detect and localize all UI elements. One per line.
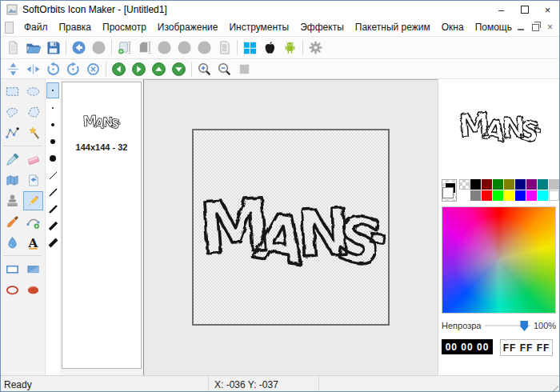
background-hex-value[interactable]: FF FF FF — [500, 339, 553, 356]
edit-rotate-angle-button[interactable] — [83, 60, 103, 78]
edit-shift-right-button[interactable] — [129, 60, 149, 78]
tool-select-polygon-button[interactable] — [23, 102, 43, 122]
color-swatch-800080[interactable] — [526, 179, 537, 190]
brush-size-5[interactable] — [46, 151, 59, 166]
color-swatch-800000[interactable] — [482, 179, 492, 190]
brush-size-2[interactable] — [46, 101, 59, 115]
zoom-out-icon — [217, 62, 232, 77]
tool-blur-drop-button[interactable] — [2, 233, 22, 252]
fg-bg-swatch[interactable] — [442, 179, 457, 202]
icon-list[interactable]: MANS 144x144 - 32 — [62, 82, 142, 369]
color-swatch-ff0000[interactable] — [482, 190, 492, 201]
tool-rect-outline-button[interactable] — [2, 259, 22, 278]
tool-magic-wand-button[interactable] — [23, 123, 43, 142]
icon-thumbnail[interactable]: MANS — [82, 111, 121, 131]
mdi-minimize-button[interactable] — [518, 29, 524, 30]
tb-settings-gear-button[interactable] — [306, 38, 326, 57]
edit-flip-vertical-button[interactable] — [3, 60, 23, 78]
tb-undo-button[interactable] — [69, 38, 89, 57]
apple-icon — [262, 40, 278, 55]
menu-item-4[interactable]: Изображение — [152, 20, 224, 34]
color-swatch-c0c0c0[interactable] — [549, 179, 559, 190]
disabled-circle-icon — [197, 40, 212, 55]
drawing-canvas[interactable]: MANS — [192, 129, 390, 326]
tool-fill-button[interactable] — [2, 170, 22, 190]
tool-replace-color-button[interactable] — [23, 170, 43, 190]
tool-eraser-button[interactable] — [23, 150, 43, 169]
brush-size-3[interactable] — [46, 118, 59, 132]
menu-item-7[interactable]: Пакетный режим — [350, 20, 436, 34]
tool-path-button[interactable] — [2, 123, 22, 142]
artwork-p: MANS — [458, 103, 541, 147]
color-swatch-ff00ff[interactable] — [526, 190, 537, 201]
color-gradient-picker[interactable] — [442, 206, 556, 314]
close-button[interactable]: × — [536, 1, 559, 18]
tool-brush-button[interactable] — [2, 212, 22, 231]
mdi-restore-button[interactable] — [532, 24, 539, 31]
edit-shift-up-button[interactable] — [149, 60, 169, 78]
tool-pencil-button[interactable] — [23, 191, 43, 210]
color-swatch-ffff00[interactable] — [504, 190, 514, 201]
brush-size-10[interactable] — [46, 235, 59, 250]
tool-select-ellipse-button[interactable] — [23, 82, 43, 101]
stamp-icon — [5, 194, 20, 209]
color-swatch-000000[interactable] — [470, 179, 481, 190]
color-swatch-008080[interactable] — [538, 179, 548, 190]
tb-open-file-button[interactable] — [23, 38, 43, 57]
menu-item-3[interactable]: Просмотр — [97, 20, 152, 34]
edit-zoom-in-button[interactable] — [194, 60, 214, 78]
brush-size-8[interactable] — [46, 202, 59, 216]
menu-item-1[interactable]: Файл — [18, 20, 54, 34]
tool-ellipse-outline-button[interactable] — [2, 280, 22, 299]
transparent-color-swatch[interactable] — [459, 179, 470, 190]
foreground-hex-value[interactable]: 00 00 00 — [442, 339, 493, 354]
brush-size-9[interactable] — [46, 218, 59, 233]
brush-size-1[interactable] — [46, 82, 59, 98]
color-swatch-0000ff[interactable] — [515, 190, 526, 201]
brush-size-7[interactable] — [46, 185, 59, 199]
color-swatch-000080[interactable] — [515, 179, 526, 190]
tb-windows-button[interactable] — [240, 38, 260, 57]
edit-zoom-out-button[interactable] — [214, 60, 234, 78]
tool-rect-filled-button[interactable] — [23, 259, 43, 278]
maximize-button[interactable] — [513, 1, 536, 18]
edit-shift-down-button[interactable] — [169, 60, 189, 78]
resize-grip[interactable] — [549, 382, 558, 392]
background-color-swatch[interactable] — [442, 187, 454, 198]
color-swatch-808000[interactable] — [504, 179, 514, 190]
edit-flip-horizontal-button[interactable] — [23, 60, 43, 78]
edit-rotate-left-button[interactable] — [43, 60, 63, 78]
menu-item-6[interactable]: Эффекты — [294, 20, 350, 34]
tool-text-button[interactable]: A — [23, 233, 43, 252]
menu-item-5[interactable]: Инструменты — [223, 20, 294, 34]
rotate-right-icon — [66, 62, 81, 77]
opacity-slider[interactable] — [485, 320, 530, 331]
color-swatch-808080[interactable] — [470, 190, 481, 201]
minimize-button[interactable]: – — [490, 1, 513, 18]
tool-lasso-button[interactable] — [2, 102, 22, 122]
mdi-close-button[interactable]: × — [547, 23, 553, 31]
menu-item-9[interactable]: Помощь — [470, 20, 518, 34]
color-swatch-ffffff[interactable] — [549, 190, 559, 201]
tb-save-button[interactable] — [43, 38, 63, 57]
edit-shift-left-button[interactable] — [109, 60, 129, 78]
brush-size-6[interactable] — [46, 168, 59, 182]
menu-item-2[interactable]: Правка — [53, 20, 97, 34]
color-swatch-008000[interactable] — [493, 179, 503, 190]
tool-curve-button[interactable] — [23, 212, 43, 231]
tb-add-image-button[interactable] — [114, 38, 134, 57]
tb-android-button[interactable] — [280, 38, 300, 57]
edit-rotate-right-button[interactable] — [63, 60, 83, 78]
color-swatch-00ff00[interactable] — [493, 190, 503, 201]
tool-ellipse-filled-button[interactable] — [23, 280, 43, 299]
tb-apple-button[interactable] — [260, 38, 280, 57]
eraser-icon — [26, 152, 41, 167]
tool-stamp-button[interactable] — [2, 191, 22, 210]
color-swatch-00ffff[interactable] — [538, 190, 548, 201]
save-icon — [46, 40, 61, 55]
brush-size-4[interactable] — [46, 134, 59, 149]
tool-eyedropper-button[interactable] — [2, 150, 22, 169]
slider-thumb[interactable] — [520, 321, 528, 331]
menu-item-8[interactable]: Окна — [436, 20, 470, 34]
tool-select-rect-button[interactable] — [2, 82, 22, 101]
